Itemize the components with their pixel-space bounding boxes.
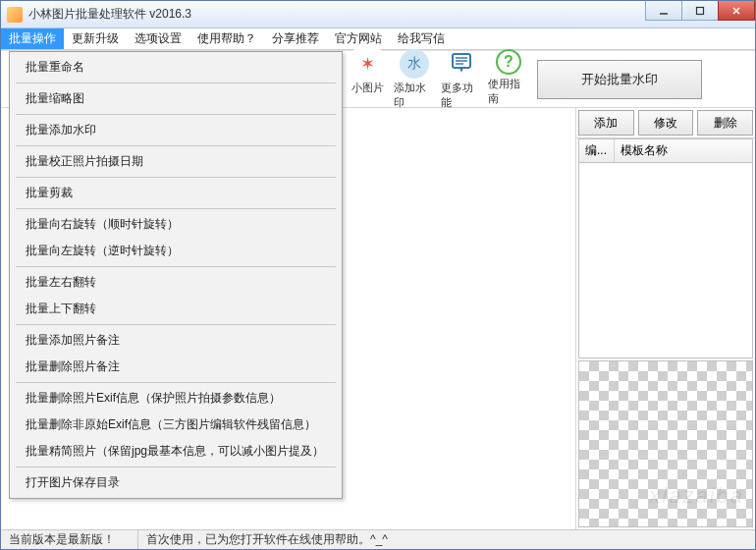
batch-ops-dropdown: 批量重命名 批量缩略图 批量添加水印 批量校正照片拍摄日期 批量剪裁 批量向右旋…: [9, 51, 343, 499]
app-icon: [7, 7, 23, 23]
title-bar: 小林图片批量处理软件 v2016.3: [1, 1, 755, 28]
status-bar: 当前版本是最新版！ 首次使用，已为您打开软件在线使用帮助。^_^: [1, 529, 755, 549]
window-title: 小林图片批量处理软件 v2016.3: [28, 6, 191, 23]
tool-guide[interactable]: ? 使用指南: [486, 47, 531, 112]
dd-simplify[interactable]: 批量精简照片（保留jpg最基本信息，可以减小图片提及）: [12, 438, 340, 465]
dd-del-comment[interactable]: 批量删除照片备注: [12, 354, 340, 380]
dd-crop[interactable]: 批量剪裁: [12, 180, 340, 206]
more-icon: [447, 49, 476, 79]
dd-flip-h[interactable]: 批量左右翻转: [12, 269, 340, 296]
dd-separator: [16, 114, 336, 115]
maximize-button[interactable]: [681, 1, 719, 21]
dd-flip-v[interactable]: 批量上下翻转: [12, 296, 340, 322]
menu-update[interactable]: 更新升级: [64, 28, 127, 49]
close-button[interactable]: [718, 1, 755, 21]
status-version: 当前版本是最新版！: [1, 530, 138, 549]
template-table-body[interactable]: [578, 163, 753, 358]
app-window: 小林图片批量处理软件 v2016.3 批量操作 更新升级 选项设置 使用帮助？ …: [0, 0, 756, 550]
tool-shrink-label: 小图片: [351, 81, 384, 95]
template-table-header: 编... 模板名称: [578, 138, 753, 163]
tool-watermark[interactable]: 水 添加水印: [392, 47, 437, 112]
menu-help[interactable]: 使用帮助？: [189, 28, 264, 49]
dd-del-nonorig-exif[interactable]: 批量删除非原始Exif信息（三方图片编辑软件残留信息）: [12, 412, 340, 438]
dd-separator: [16, 382, 336, 383]
template-buttons: 添加 修改 删除: [576, 108, 755, 138]
tool-help-label: 使用指南: [488, 77, 529, 106]
col-template-name[interactable]: 模板名称: [615, 139, 752, 162]
svg-rect-1: [697, 7, 704, 14]
dd-separator: [16, 324, 336, 325]
dd-open-save-dir[interactable]: 打开图片保存目录: [12, 469, 340, 496]
tool-water-label: 添加水印: [394, 81, 435, 110]
tool-shrink[interactable]: ✶ 小图片: [345, 47, 390, 112]
dd-separator: [16, 177, 336, 178]
delete-template-button[interactable]: 删除: [697, 110, 753, 136]
dd-rename[interactable]: 批量重命名: [12, 54, 340, 81]
dd-separator: [16, 82, 336, 83]
watermark-preview: xiazaiba: [578, 360, 753, 527]
start-watermark-button[interactable]: 开始批量水印: [537, 60, 702, 99]
dd-rotate-cw[interactable]: 批量向右旋转（顺时针旋转）: [12, 211, 340, 238]
template-panel: 添加 修改 删除 编... 模板名称 xiazaiba: [576, 108, 755, 529]
tool-more[interactable]: 更多功能: [439, 47, 484, 112]
menu-batch-ops[interactable]: 批量操作: [1, 28, 64, 49]
content-area: 批量重命名 批量缩略图 批量添加水印 批量校正照片拍摄日期 批量剪裁 批量向右旋…: [1, 50, 755, 529]
col-number[interactable]: 编...: [579, 139, 615, 162]
dd-fix-date[interactable]: 批量校正照片拍摄日期: [12, 148, 340, 175]
dd-thumbnail[interactable]: 批量缩略图: [12, 85, 340, 112]
water-icon: 水: [400, 49, 429, 79]
dd-rotate-ccw[interactable]: 批量向左旋转（逆时针旋转）: [12, 238, 340, 264]
help-icon: ?: [496, 49, 521, 75]
dd-del-exif[interactable]: 批量删除照片Exif信息（保护照片拍摄参数信息）: [12, 385, 340, 412]
dd-separator: [16, 145, 336, 146]
tool-buttons: ✶ 小图片 水 添加水印 更多功能 ? 使: [345, 47, 531, 112]
dd-separator: [16, 266, 336, 267]
dd-separator: [16, 467, 336, 468]
add-template-button[interactable]: 添加: [578, 110, 634, 136]
dd-watermark[interactable]: 批量添加水印: [12, 117, 340, 143]
status-message: 首次使用，已为您打开软件在线使用帮助。^_^: [138, 530, 755, 549]
dd-add-comment[interactable]: 批量添加照片备注: [12, 327, 340, 354]
menu-options[interactable]: 选项设置: [127, 28, 189, 49]
minimize-button[interactable]: [645, 1, 682, 21]
dd-separator: [16, 208, 336, 209]
menu-share[interactable]: 分享推荐: [264, 28, 327, 49]
shrink-icon: ✶: [352, 49, 382, 79]
tool-more-label: 更多功能: [441, 81, 482, 110]
watermark-text: xiazaiba: [649, 483, 744, 509]
edit-template-button[interactable]: 修改: [638, 110, 694, 136]
window-controls: [646, 1, 755, 21]
